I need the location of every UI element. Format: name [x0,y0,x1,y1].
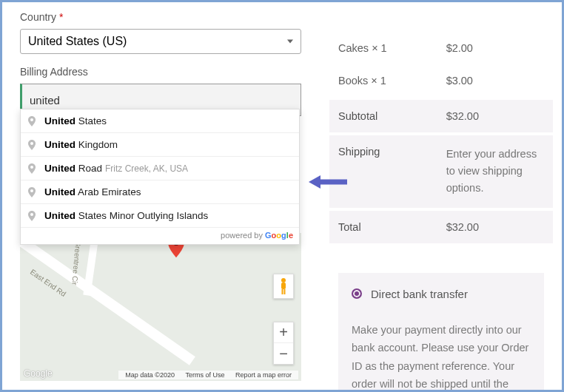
svg-rect-7 [281,283,286,289]
pin-icon [28,163,36,174]
report-map-link[interactable]: Report a map error [235,371,292,379]
country-select[interactable]: United States (US) [20,29,301,54]
google-logo: Google [24,368,53,379]
svg-point-4 [30,213,33,216]
svg-point-2 [30,166,33,169]
payment-description: Make your payment directly into our bank… [352,321,531,392]
terms-link[interactable]: Terms of Use [185,371,224,379]
pegman-icon[interactable] [273,274,294,299]
chevron-down-icon [287,40,293,44]
payment-method-label: Direct bank transfer [371,288,468,300]
svg-rect-8 [282,289,283,294]
cart-shipping-row: Shipping Enter your address to view ship… [329,135,553,208]
cart-total-row: Total $32.00 [329,211,553,243]
cart-line-item: Cakes × 1 $2.00 [338,32,544,64]
autocomplete-text: United States [44,115,107,126]
country-select-value: United States (US) [28,35,127,48]
cart-line-item: Books × 1 $3.00 [338,64,544,97]
autocomplete-item[interactable]: United Kingdom [21,132,299,156]
svg-point-6 [281,278,286,283]
zoom-out-button[interactable]: − [274,343,293,364]
autocomplete-text: United Kingdom [44,139,118,150]
svg-point-3 [30,189,33,192]
payment-method-box: Direct bank transfer Make your payment d… [338,273,544,392]
zoom-in-button[interactable]: + [274,322,293,343]
svg-point-0 [30,118,33,121]
cart-subtotal-row: Subtotal $32.00 [329,100,553,132]
billing-address-label: Billing Address [20,66,301,78]
country-label: Country * [20,11,301,23]
autocomplete-item[interactable]: United Arab Emirates [21,180,299,203]
autocomplete-text: United RoadFritz Creek, AK, USA [44,163,188,174]
pin-icon [28,116,36,126]
svg-marker-11 [309,175,320,189]
autocomplete-item[interactable]: United RoadFritz Creek, AK, USA [21,156,299,180]
zoom-control: + − [273,322,294,365]
autocomplete-dropdown: United States United Kingdom United Road… [20,109,300,245]
annotation-arrow-icon [307,174,349,190]
payment-method-radio[interactable]: Direct bank transfer [352,288,531,300]
pin-icon [28,211,36,221]
map[interactable]: East End Rd Greentree Cir + − Google Map… [20,233,301,381]
radio-checked-icon [352,288,362,299]
pin-icon [28,187,36,197]
autocomplete-item[interactable]: United States Minor Outlying Islands [21,203,299,227]
autocomplete-text: United States Minor Outlying Islands [44,210,208,221]
svg-point-1 [30,142,33,145]
map-attribution: Map data ©2020 Terms of Use Report a map… [118,371,298,379]
svg-rect-9 [284,289,286,294]
autocomplete-footer: powered by Google [21,227,299,244]
pin-icon [28,140,36,150]
autocomplete-item[interactable]: United States [21,109,299,132]
autocomplete-text: United Arab Emirates [44,186,141,197]
